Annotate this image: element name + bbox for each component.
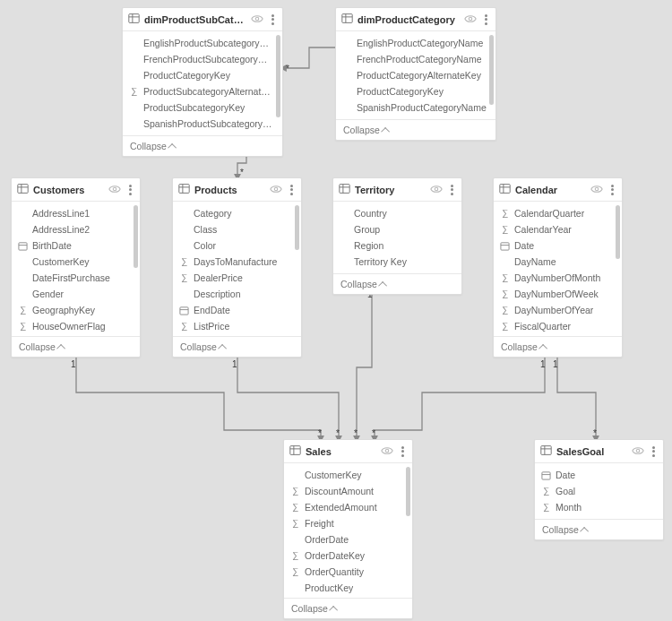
collapse-button[interactable]: Collapse	[333, 273, 461, 294]
field-row[interactable]: ∑Month	[535, 499, 663, 515]
more-icon[interactable]	[401, 445, 405, 458]
table-header[interactable]: dimProductCategory	[336, 8, 495, 31]
field-row[interactable]: ProductCategoryAlternateKey	[336, 67, 495, 83]
field-row[interactable]: ∑FiscalSemester	[494, 334, 622, 336]
field-row[interactable]: Date	[494, 237, 622, 254]
more-icon[interactable]	[290, 184, 294, 196]
field-row[interactable]: MaritalStatus	[12, 334, 140, 336]
table-card-dimproductcategory[interactable]: dimProductCategoryEnglishProductCategory…	[335, 7, 496, 141]
scrollbar[interactable]	[489, 35, 494, 105]
collapse-button[interactable]: Collapse	[123, 135, 282, 156]
field-row[interactable]: Gender	[12, 286, 140, 302]
field-row[interactable]: ∑Freight	[284, 515, 412, 531]
table-header[interactable]: Territory	[333, 178, 461, 202]
table-header[interactable]: Customers	[12, 178, 140, 202]
field-row[interactable]: Country	[333, 205, 461, 221]
table-card-sales[interactable]: SalesCustomerKey∑DiscountAmount∑Extended…	[283, 439, 413, 619]
field-row[interactable]: ∑DayNumberOfWeek	[494, 286, 622, 302]
field-row[interactable]: ∑FiscalQuarter	[494, 318, 622, 334]
field-row[interactable]: ∑DayNumberOfYear	[494, 302, 622, 318]
scrollbar[interactable]	[276, 35, 280, 117]
field-row[interactable]: Group	[333, 221, 461, 237]
field-row[interactable]: ∑GeographyKey	[12, 302, 140, 318]
field-row[interactable]: OrderDate	[284, 531, 412, 548]
table-header[interactable]: Calendar	[494, 178, 622, 202]
field-row[interactable]: EndDate	[173, 302, 301, 318]
eye-icon[interactable]	[430, 184, 443, 196]
collapse-button[interactable]: Collapse	[12, 336, 140, 357]
scrollbar[interactable]	[616, 205, 620, 259]
field-row[interactable]: EnglishProductCategoryName	[336, 35, 495, 51]
collapse-button[interactable]: Collapse	[535, 519, 663, 539]
table-card-customers[interactable]: CustomersAddressLine1AddressLine2BirthDa…	[11, 177, 141, 358]
more-icon[interactable]	[451, 184, 454, 196]
eye-icon[interactable]	[251, 13, 263, 26]
field-row[interactable]: DayName	[494, 254, 622, 270]
field-row[interactable]: ∑Goal	[535, 483, 663, 499]
field-row[interactable]: ∑OrderDateKey	[284, 548, 412, 564]
field-row[interactable]: SpanishProductSubcategoryNa…	[123, 116, 282, 132]
field-row[interactable]: CustomerKey	[284, 467, 412, 483]
eye-icon[interactable]	[464, 13, 477, 26]
table-card-products[interactable]: ProductsCategoryClassColor∑DaysToManufac…	[172, 177, 302, 358]
field-row[interactable]: ProductKey	[284, 580, 412, 596]
field-row[interactable]: ∑OrderQuantity	[284, 564, 412, 580]
field-row[interactable]: BirthDate	[12, 237, 140, 254]
field-row[interactable]: ∑CalendarYear	[494, 221, 622, 237]
field-row[interactable]: ∑DaysToManufacture	[173, 254, 301, 270]
table-card-salesgoal[interactable]: SalesGoalDate∑Goal∑MonthCollapse	[534, 439, 664, 540]
field-row[interactable]: Description	[173, 286, 301, 302]
field-row[interactable]: EnglishProductSubcategoryName	[123, 35, 282, 51]
table-card-calendar[interactable]: Calendar∑CalendarQuarter∑CalendarYearDat…	[493, 177, 623, 358]
field-row[interactable]: Color	[173, 237, 301, 254]
field-row[interactable]: Class	[173, 221, 301, 237]
collapse-button[interactable]: Collapse	[336, 119, 495, 140]
table-card-territory[interactable]: TerritoryCountryGroupRegionTerritory Key…	[332, 177, 462, 295]
eye-icon[interactable]	[270, 184, 282, 196]
field-row[interactable]: AddressLine2	[12, 221, 140, 237]
field-row[interactable]: ModelName	[173, 334, 301, 336]
field-row[interactable]: DateFirstPurchase	[12, 270, 140, 286]
field-row[interactable]: ∑ProductStandardCost	[284, 596, 412, 598]
field-row[interactable]: ∑ListPrice	[173, 318, 301, 334]
field-row[interactable]: ∑CalendarQuarter	[494, 205, 622, 221]
more-icon[interactable]	[485, 13, 488, 26]
scrollbar[interactable]	[406, 467, 410, 516]
collapse-button[interactable]: Collapse	[284, 598, 412, 618]
field-row[interactable]: ∑HouseOwnerFlag	[12, 318, 140, 334]
table-card-dimproductsubcategory[interactable]: dimProductSubCateg…EnglishProductSubcate…	[122, 7, 283, 157]
table-header[interactable]: Products	[173, 178, 301, 202]
field-row[interactable]: ∑ExtendedAmount	[284, 499, 412, 515]
field-row[interactable]: ∑DiscountAmount	[284, 483, 412, 499]
field-row[interactable]: SpanishProductCategoryName	[336, 99, 495, 116]
eye-icon[interactable]	[590, 184, 603, 196]
scrollbar[interactable]	[134, 205, 138, 268]
more-icon[interactable]	[611, 184, 615, 196]
field-row[interactable]: Territory Key	[333, 254, 461, 270]
table-header[interactable]: dimProductSubCateg…	[123, 8, 282, 31]
field-row[interactable]: ProductSubcategoryKey	[123, 99, 282, 116]
field-row[interactable]: ∑DealerPrice	[173, 270, 301, 286]
field-row[interactable]: ∑ProductSubcategoryAlternateKey	[123, 83, 282, 99]
more-icon[interactable]	[129, 184, 133, 196]
collapse-button[interactable]: Collapse	[173, 336, 301, 357]
eye-icon[interactable]	[632, 445, 644, 458]
field-row[interactable]: Region	[333, 237, 461, 254]
eye-icon[interactable]	[108, 184, 121, 196]
collapse-button[interactable]: Collapse	[494, 336, 622, 357]
eye-icon[interactable]	[381, 445, 393, 458]
field-row[interactable]: Category	[173, 205, 301, 221]
field-row[interactable]: ProductCategoryKey	[336, 83, 495, 99]
more-icon[interactable]	[271, 13, 275, 26]
field-row[interactable]: FrenchProductSubcategoryName	[123, 51, 282, 67]
field-row[interactable]: ∑DayNumberOfMonth	[494, 270, 622, 286]
field-row[interactable]: ProductCategoryKey	[123, 67, 282, 83]
field-row[interactable]: CustomerKey	[12, 254, 140, 270]
field-row[interactable]: FrenchProductCategoryName	[336, 51, 495, 67]
table-header[interactable]: Sales	[284, 440, 412, 463]
field-row[interactable]: Date	[535, 467, 663, 483]
field-row[interactable]: AddressLine1	[12, 205, 140, 221]
scrollbar[interactable]	[295, 205, 299, 250]
more-icon[interactable]	[652, 445, 656, 458]
table-header[interactable]: SalesGoal	[535, 440, 663, 463]
